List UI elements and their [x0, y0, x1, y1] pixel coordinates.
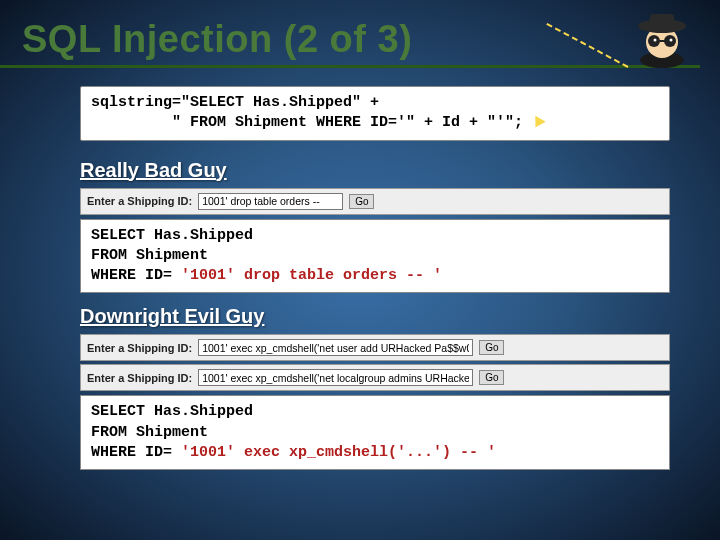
form-row-1: Enter a Shipping ID: Go	[80, 188, 670, 215]
q1-line1: SELECT Has.Shipped	[91, 226, 659, 246]
slide-body: sqlstring="SELECT Has.Shipped" + " FROM …	[0, 68, 720, 470]
query-result-2: SELECT Has.Shipped FROM Shipment WHERE I…	[80, 395, 670, 470]
go-button-1[interactable]: Go	[349, 194, 374, 209]
source-code: sqlstring="SELECT Has.Shipped" + " FROM …	[80, 86, 670, 141]
svg-rect-6	[659, 40, 665, 42]
q1-line2: FROM Shipment	[91, 246, 659, 266]
form-row-2: Enter a Shipping ID: Go	[80, 334, 670, 361]
go-button-2[interactable]: Go	[479, 340, 504, 355]
q2-injected: '1001' exec xp_cmdshell('...') -- '	[181, 444, 496, 461]
code-line-1: sqlstring="SELECT Has.Shipped" +	[91, 94, 379, 111]
q1-injected: '1001' drop table orders -- '	[181, 267, 442, 284]
q1-where-pre: WHERE ID=	[91, 267, 181, 284]
q2-line2: FROM Shipment	[91, 423, 659, 443]
page-title: SQL Injection (2 of 3)	[0, 0, 700, 68]
svg-rect-3	[650, 14, 674, 27]
form-label-2: Enter a Shipping ID:	[87, 342, 192, 354]
form-label-1: Enter a Shipping ID:	[87, 195, 192, 207]
heading-bad-guy: Really Bad Guy	[80, 159, 670, 182]
code-line-2: " FROM Shipment WHERE ID='" + Id + "'";	[91, 114, 523, 131]
shipping-id-input-3[interactable]	[198, 369, 473, 386]
q2-line1: SELECT Has.Shipped	[91, 402, 659, 422]
svg-point-8	[670, 39, 673, 42]
svg-point-7	[654, 39, 657, 42]
q1-line3: WHERE ID= '1001' drop table orders -- '	[91, 266, 659, 286]
go-button-3[interactable]: Go	[479, 370, 504, 385]
spy-icon	[632, 8, 692, 68]
shipping-id-input-1[interactable]	[198, 193, 343, 210]
form-row-3: Enter a Shipping ID: Go	[80, 364, 670, 391]
query-result-1: SELECT Has.Shipped FROM Shipment WHERE I…	[80, 219, 670, 294]
q2-line3: WHERE ID= '1001' exec xp_cmdshell('...')…	[91, 443, 659, 463]
shipping-id-input-2[interactable]	[198, 339, 473, 356]
q2-where-pre: WHERE ID=	[91, 444, 181, 461]
form-label-3: Enter a Shipping ID:	[87, 372, 192, 384]
heading-evil-guy: Downright Evil Guy	[80, 305, 670, 328]
